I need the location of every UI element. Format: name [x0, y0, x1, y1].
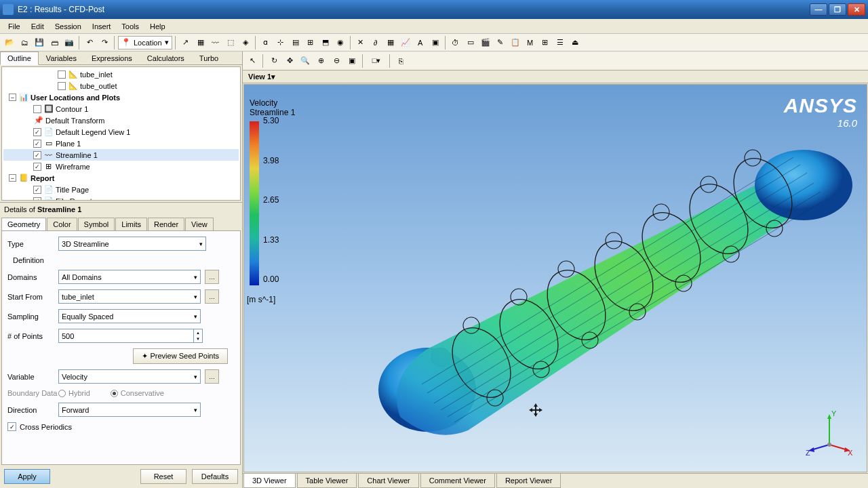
- keyframe-icon[interactable]: 🎬: [479, 36, 492, 49]
- tab-color[interactable]: Color: [47, 218, 77, 230]
- tab-render[interactable]: Render: [148, 218, 184, 230]
- tab-view[interactable]: View: [185, 218, 214, 230]
- location-dropdown[interactable]: 📍Location▾: [118, 36, 172, 49]
- points-input[interactable]: [58, 329, 194, 343]
- table-icon[interactable]: ▦: [384, 36, 397, 49]
- visibility-checkbox[interactable]: [58, 70, 66, 79]
- menu-help[interactable]: Help: [144, 21, 171, 32]
- tab-expressions[interactable]: Expressions: [84, 52, 140, 64]
- mesh-icon[interactable]: ⊞: [538, 36, 552, 49]
- visibility-checkbox[interactable]: [58, 82, 66, 90]
- predef-view-dropdown[interactable]: □▾: [367, 54, 386, 68]
- tree-item[interactable]: −📊User Locations and Plots: [3, 92, 239, 103]
- domains-select[interactable]: All Domains: [58, 270, 201, 284]
- outline-tree[interactable]: 📐tube_inlet📐tube_outlet−📊User Locations …: [1, 66, 241, 201]
- tree-item[interactable]: 📄Default Legend View 1: [3, 126, 239, 138]
- visibility-checkbox[interactable]: [33, 186, 41, 194]
- text-icon[interactable]: ɑ: [259, 36, 273, 49]
- tree-item[interactable]: ⊞Wireframe: [3, 161, 239, 172]
- tree-item[interactable]: −📒Report: [3, 172, 239, 184]
- undo-icon[interactable]: ↶: [83, 36, 96, 49]
- tab-chart-viewer[interactable]: Chart Viewer: [358, 474, 418, 488]
- tab-calculators[interactable]: Calculators: [140, 52, 192, 64]
- tab-outline[interactable]: Outline: [0, 52, 39, 65]
- cross-periodics-checkbox[interactable]: Cross Periodics: [7, 422, 235, 431]
- tree-item[interactable]: 🔲Contour 1: [3, 103, 239, 115]
- calc-icon[interactable]: 📋: [509, 36, 522, 49]
- tree-item[interactable]: 📐tube_inlet: [3, 68, 239, 80]
- visibility-checkbox[interactable]: [33, 140, 41, 148]
- tree-item[interactable]: 📄Title Page: [3, 184, 239, 195]
- tree-item[interactable]: 📄File Report: [3, 195, 239, 201]
- visibility-checkbox[interactable]: [33, 151, 41, 159]
- menu-session[interactable]: Session: [50, 21, 87, 32]
- minimize-button[interactable]: —: [810, 3, 827, 16]
- tab-symbol[interactable]: Symbol: [78, 218, 115, 230]
- figure-icon[interactable]: ▣: [429, 36, 442, 49]
- pan-icon[interactable]: ✥: [283, 54, 296, 68]
- apply-button[interactable]: Apply: [4, 469, 50, 484]
- highlight-icon[interactable]: ▣: [345, 54, 359, 68]
- rotate-icon[interactable]: ↻: [267, 54, 281, 68]
- 3d-canvas[interactable]: Velocity Streamline 1 5.30 3.98 2.65 1.3…: [243, 84, 867, 472]
- particle-icon[interactable]: ⬚: [224, 36, 237, 49]
- hybrid-radio[interactable]: Hybrid: [58, 389, 90, 397]
- save-icon[interactable]: 💾: [33, 36, 46, 49]
- chart-icon[interactable]: 📈: [399, 36, 412, 49]
- menu-file[interactable]: File: [3, 21, 26, 32]
- tree-item[interactable]: ▭Plane 1: [3, 138, 239, 149]
- menu-insert[interactable]: Insert: [87, 21, 117, 32]
- probe-icon[interactable]: ✎: [494, 36, 507, 49]
- menu-edit[interactable]: Edit: [26, 21, 50, 32]
- reset-button[interactable]: Reset: [140, 469, 186, 484]
- view-header[interactable]: View 1 ▾: [243, 70, 868, 83]
- tab-limits[interactable]: Limits: [115, 218, 147, 230]
- startfrom-select[interactable]: tube_inlet: [58, 289, 201, 304]
- tree-item[interactable]: 〰Streamline 1: [3, 149, 239, 161]
- conservative-radio[interactable]: Conservative: [111, 389, 164, 397]
- colormap-icon[interactable]: ◉: [334, 36, 347, 49]
- streamline-icon[interactable]: 〰: [209, 36, 222, 49]
- visibility-checkbox[interactable]: [33, 128, 41, 136]
- legend-icon[interactable]: ▤: [289, 36, 302, 49]
- expand-icon[interactable]: −: [9, 174, 16, 182]
- reload-icon[interactable]: 🗃: [47, 36, 61, 49]
- tab-variables[interactable]: Variables: [39, 52, 84, 64]
- coord-icon[interactable]: ⊹: [274, 36, 288, 49]
- variable-select[interactable]: Velocity: [58, 369, 201, 384]
- compare-icon[interactable]: 🗂: [18, 36, 31, 49]
- snapshot-icon[interactable]: 📷: [62, 36, 76, 49]
- variable-more-button[interactable]: …: [205, 369, 219, 384]
- visibility-checkbox[interactable]: [33, 105, 41, 113]
- variable-icon[interactable]: ✕: [354, 36, 368, 49]
- tree-item[interactable]: 📌Default Transform: [3, 115, 239, 126]
- select-icon[interactable]: ↖: [245, 54, 259, 68]
- zoom-icon[interactable]: 🔍: [298, 54, 312, 68]
- zoombox-icon[interactable]: ⊕: [314, 54, 328, 68]
- instance-icon[interactable]: ⊞: [304, 36, 317, 49]
- open-icon[interactable]: 📂: [3, 36, 16, 49]
- menu-tools[interactable]: Tools: [116, 21, 144, 32]
- visibility-checkbox[interactable]: [33, 163, 41, 171]
- comment-icon[interactable]: A: [414, 36, 427, 49]
- tab-3d-viewer[interactable]: 3D Viewer: [243, 474, 296, 488]
- direction-select[interactable]: Forward: [58, 403, 201, 417]
- vector-icon[interactable]: ↗: [179, 36, 193, 49]
- startfrom-more-button[interactable]: …: [205, 289, 219, 304]
- tab-table-viewer[interactable]: Table Viewer: [297, 474, 357, 488]
- macro-icon[interactable]: M: [524, 36, 537, 49]
- type-select[interactable]: 3D Streamline: [58, 237, 206, 251]
- fit-icon[interactable]: ⊖: [330, 54, 343, 68]
- points-spinner[interactable]: ▲▼: [194, 329, 203, 343]
- animation-icon[interactable]: ▭: [464, 36, 477, 49]
- sampling-select[interactable]: Equally Spaced: [58, 309, 201, 323]
- visibility-checkbox[interactable]: [33, 197, 41, 201]
- tab-geometry[interactable]: Geometry: [1, 218, 46, 230]
- volume-icon[interactable]: ◈: [239, 36, 252, 49]
- preview-seed-button[interactable]: ✦ Preview Seed Points: [133, 348, 228, 364]
- tab-comment-viewer[interactable]: Comment Viewer: [420, 474, 495, 488]
- expression-icon[interactable]: ∂: [369, 36, 382, 49]
- expand-icon[interactable]: −: [9, 94, 16, 101]
- tree-item[interactable]: 📐tube_outlet: [3, 80, 239, 92]
- exit-icon[interactable]: ⏏: [568, 36, 582, 49]
